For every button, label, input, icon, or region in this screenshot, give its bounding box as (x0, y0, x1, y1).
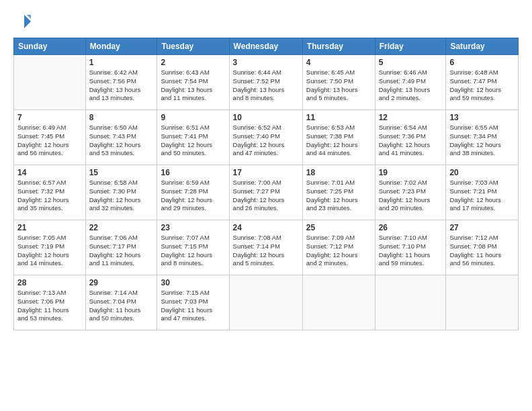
page: SundayMondayTuesdayWednesdayThursdayFrid… (0, 0, 532, 411)
calendar-week-5: 28Sunrise: 7:13 AM Sunset: 7:06 PM Dayli… (14, 275, 519, 330)
calendar-cell: 3Sunrise: 6:44 AM Sunset: 7:52 PM Daylig… (229, 55, 302, 110)
day-info: Sunrise: 6:42 AM Sunset: 7:56 PM Dayligh… (89, 68, 154, 103)
day-info: Sunrise: 6:54 AM Sunset: 7:36 PM Dayligh… (379, 124, 443, 158)
calendar-cell: 28Sunrise: 7:13 AM Sunset: 7:06 PM Dayli… (14, 275, 86, 330)
calendar-cell (446, 275, 519, 330)
day-info: Sunrise: 6:55 AM Sunset: 7:34 PM Dayligh… (449, 124, 515, 158)
calendar-cell: 20Sunrise: 7:03 AM Sunset: 7:21 PM Dayli… (446, 165, 519, 220)
day-number: 3 (233, 58, 299, 67)
day-number: 24 (233, 223, 299, 232)
calendar-cell (375, 275, 446, 330)
calendar-week-2: 7Sunrise: 6:49 AM Sunset: 7:45 PM Daylig… (14, 110, 519, 165)
calendar-cell: 29Sunrise: 7:14 AM Sunset: 7:04 PM Dayli… (85, 275, 157, 330)
calendar-cell: 23Sunrise: 7:07 AM Sunset: 7:15 PM Dayli… (157, 220, 229, 275)
day-info: Sunrise: 6:50 AM Sunset: 7:43 PM Dayligh… (89, 124, 154, 158)
day-number: 25 (306, 223, 371, 232)
calendar-cell: 18Sunrise: 7:01 AM Sunset: 7:25 PM Dayli… (302, 165, 375, 220)
day-info: Sunrise: 7:03 AM Sunset: 7:21 PM Dayligh… (449, 179, 515, 213)
calendar-week-4: 21Sunrise: 7:05 AM Sunset: 7:19 PM Dayli… (14, 220, 519, 275)
calendar-cell: 5Sunrise: 6:46 AM Sunset: 7:49 PM Daylig… (375, 55, 446, 110)
day-info: Sunrise: 6:58 AM Sunset: 7:30 PM Dayligh… (89, 179, 154, 213)
day-number: 28 (17, 278, 82, 287)
calendar-cell: 24Sunrise: 7:08 AM Sunset: 7:14 PM Dayli… (229, 220, 302, 275)
calendar-cell: 7Sunrise: 6:49 AM Sunset: 7:45 PM Daylig… (14, 110, 86, 165)
day-info: Sunrise: 6:44 AM Sunset: 7:52 PM Dayligh… (233, 68, 299, 103)
day-number: 22 (89, 223, 154, 232)
day-number: 15 (89, 168, 154, 177)
day-number: 5 (379, 58, 443, 67)
day-number: 26 (379, 223, 443, 232)
day-number: 13 (449, 113, 515, 122)
day-info: Sunrise: 7:06 AM Sunset: 7:17 PM Dayligh… (89, 234, 154, 268)
calendar-cell: 9Sunrise: 6:51 AM Sunset: 7:41 PM Daylig… (157, 110, 229, 165)
day-info: Sunrise: 7:08 AM Sunset: 7:14 PM Dayligh… (233, 234, 299, 268)
calendar-cell: 11Sunrise: 6:53 AM Sunset: 7:38 PM Dayli… (302, 110, 375, 165)
day-info: Sunrise: 6:43 AM Sunset: 7:54 PM Dayligh… (161, 68, 225, 103)
calendar-header-row: SundayMondayTuesdayWednesdayThursdayFrid… (14, 38, 519, 55)
header (13, 12, 519, 31)
calendar-cell: 1Sunrise: 6:42 AM Sunset: 7:56 PM Daylig… (85, 55, 157, 110)
weekday-header-wednesday: Wednesday (229, 38, 302, 55)
calendar-cell: 12Sunrise: 6:54 AM Sunset: 7:36 PM Dayli… (375, 110, 446, 165)
day-info: Sunrise: 6:53 AM Sunset: 7:38 PM Dayligh… (306, 124, 371, 158)
day-number: 23 (161, 223, 225, 232)
calendar-table: SundayMondayTuesdayWednesdayThursdayFrid… (13, 38, 519, 330)
weekday-header-friday: Friday (375, 38, 446, 55)
day-info: Sunrise: 7:07 AM Sunset: 7:15 PM Dayligh… (161, 234, 225, 268)
day-info: Sunrise: 7:13 AM Sunset: 7:06 PM Dayligh… (17, 289, 82, 323)
day-info: Sunrise: 6:49 AM Sunset: 7:45 PM Dayligh… (17, 124, 82, 158)
calendar-cell: 25Sunrise: 7:09 AM Sunset: 7:12 PM Dayli… (302, 220, 375, 275)
day-info: Sunrise: 6:57 AM Sunset: 7:32 PM Dayligh… (17, 179, 82, 213)
day-info: Sunrise: 7:02 AM Sunset: 7:23 PM Dayligh… (379, 179, 443, 213)
day-number: 20 (449, 168, 515, 177)
calendar-cell: 22Sunrise: 7:06 AM Sunset: 7:17 PM Dayli… (85, 220, 157, 275)
day-number: 9 (161, 113, 225, 122)
calendar-cell: 19Sunrise: 7:02 AM Sunset: 7:23 PM Dayli… (375, 165, 446, 220)
weekday-header-thursday: Thursday (302, 38, 375, 55)
calendar-cell: 30Sunrise: 7:15 AM Sunset: 7:03 PM Dayli… (157, 275, 229, 330)
calendar-cell: 13Sunrise: 6:55 AM Sunset: 7:34 PM Dayli… (446, 110, 519, 165)
day-number: 8 (89, 113, 154, 122)
day-info: Sunrise: 7:10 AM Sunset: 7:10 PM Dayligh… (379, 234, 443, 268)
day-number: 27 (449, 223, 515, 232)
day-number: 4 (306, 58, 371, 67)
calendar-cell: 6Sunrise: 6:48 AM Sunset: 7:47 PM Daylig… (446, 55, 519, 110)
calendar-cell (229, 275, 302, 330)
day-info: Sunrise: 7:00 AM Sunset: 7:27 PM Dayligh… (233, 179, 299, 213)
logo (13, 12, 35, 31)
day-info: Sunrise: 7:05 AM Sunset: 7:19 PM Dayligh… (17, 234, 82, 268)
calendar-cell: 16Sunrise: 6:59 AM Sunset: 7:28 PM Dayli… (157, 165, 229, 220)
day-number: 2 (161, 58, 225, 67)
weekday-header-monday: Monday (85, 38, 157, 55)
day-info: Sunrise: 7:09 AM Sunset: 7:12 PM Dayligh… (306, 234, 371, 268)
calendar-cell (302, 275, 375, 330)
day-info: Sunrise: 7:14 AM Sunset: 7:04 PM Dayligh… (89, 289, 154, 323)
day-number: 11 (306, 113, 371, 122)
day-info: Sunrise: 6:52 AM Sunset: 7:40 PM Dayligh… (233, 124, 299, 158)
day-number: 17 (233, 168, 299, 177)
calendar-cell: 17Sunrise: 7:00 AM Sunset: 7:27 PM Dayli… (229, 165, 302, 220)
day-number: 18 (306, 168, 371, 177)
day-number: 19 (379, 168, 443, 177)
calendar-cell: 26Sunrise: 7:10 AM Sunset: 7:10 PM Dayli… (375, 220, 446, 275)
day-number: 6 (449, 58, 515, 67)
day-number: 16 (161, 168, 225, 177)
calendar-cell: 14Sunrise: 6:57 AM Sunset: 7:32 PM Dayli… (14, 165, 86, 220)
day-info: Sunrise: 7:15 AM Sunset: 7:03 PM Dayligh… (161, 289, 225, 323)
calendar-cell: 8Sunrise: 6:50 AM Sunset: 7:43 PM Daylig… (85, 110, 157, 165)
calendar-cell: 15Sunrise: 6:58 AM Sunset: 7:30 PM Dayli… (85, 165, 157, 220)
day-info: Sunrise: 6:45 AM Sunset: 7:50 PM Dayligh… (306, 68, 371, 103)
day-info: Sunrise: 6:48 AM Sunset: 7:47 PM Dayligh… (449, 68, 515, 103)
calendar-cell: 21Sunrise: 7:05 AM Sunset: 7:19 PM Dayli… (14, 220, 86, 275)
day-number: 21 (17, 223, 82, 232)
weekday-header-sunday: Sunday (14, 38, 86, 55)
day-info: Sunrise: 6:46 AM Sunset: 7:49 PM Dayligh… (379, 68, 443, 103)
logo-icon (13, 12, 32, 31)
calendar-cell: 4Sunrise: 6:45 AM Sunset: 7:50 PM Daylig… (302, 55, 375, 110)
day-number: 1 (89, 58, 154, 67)
day-info: Sunrise: 7:01 AM Sunset: 7:25 PM Dayligh… (306, 179, 371, 213)
calendar-cell: 27Sunrise: 7:12 AM Sunset: 7:08 PM Dayli… (446, 220, 519, 275)
calendar-cell: 10Sunrise: 6:52 AM Sunset: 7:40 PM Dayli… (229, 110, 302, 165)
day-info: Sunrise: 6:51 AM Sunset: 7:41 PM Dayligh… (161, 124, 225, 158)
calendar-cell (14, 55, 86, 110)
